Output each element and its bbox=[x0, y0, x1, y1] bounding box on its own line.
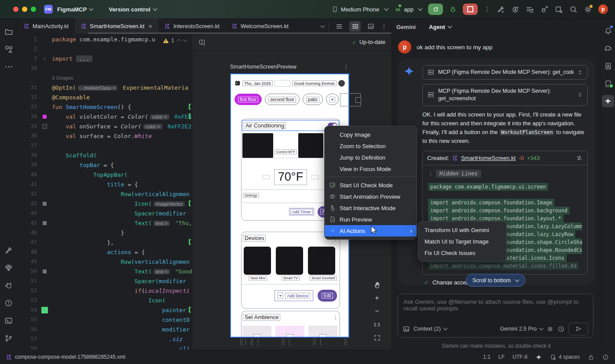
more-toolwindows-icon[interactable] bbox=[3, 61, 15, 73]
submenu-item-match-ui-to-target-image[interactable]: Match UI to Target Image bbox=[418, 236, 506, 247]
build-icon[interactable] bbox=[497, 5, 505, 14]
preview-layout-icon[interactable] bbox=[198, 39, 206, 46]
menu-item-start-interactive-mode[interactable]: Start Interactive Mode bbox=[325, 202, 417, 214]
zoom-fit-button[interactable] bbox=[371, 332, 383, 343]
ac-settings-label[interactable]: Settings bbox=[243, 193, 259, 198]
prompt-settings-icon[interactable] bbox=[546, 325, 554, 333]
debug-button[interactable] bbox=[449, 6, 457, 13]
file-encoding[interactable]: UTF-8 bbox=[512, 354, 527, 360]
version-control-icon[interactable] bbox=[3, 332, 15, 344]
design-view-button[interactable] bbox=[365, 21, 377, 32]
device-tile-nest-mini[interactable] bbox=[244, 247, 271, 275]
color-swatch[interactable] bbox=[43, 115, 47, 119]
tab-gemini[interactable]: Gemini bbox=[396, 24, 416, 30]
close-window-icon[interactable] bbox=[13, 7, 18, 12]
expand-icon[interactable] bbox=[577, 69, 583, 75]
zoom-actual-button[interactable]: 1:1 bbox=[371, 319, 383, 330]
room-chip-first-floor[interactable]: first floor bbox=[234, 94, 262, 105]
ambience-swatch[interactable] bbox=[242, 326, 271, 338]
submenu-item-transform-ui-with-gemini[interactable]: Transform UI with Gemini bbox=[418, 224, 506, 236]
app-quality-insights-icon[interactable] bbox=[3, 262, 15, 274]
tab-scrollbar[interactable] bbox=[88, 33, 392, 34]
temp-minus-bounds[interactable] bbox=[263, 175, 270, 179]
resource-manager-icon[interactable] bbox=[3, 43, 15, 55]
logcat-icon[interactable] bbox=[3, 279, 15, 291]
notifications-icon[interactable] bbox=[602, 25, 614, 37]
gemini-toolwindow-icon[interactable] bbox=[602, 95, 614, 107]
pan-hand-icon[interactable] bbox=[371, 280, 383, 290]
ambience-swatch[interactable] bbox=[275, 326, 304, 338]
run-config-selector[interactable]: app bbox=[394, 6, 422, 13]
model-selector[interactable]: Gemini 2.5 Pro bbox=[500, 326, 543, 332]
stop-button[interactable] bbox=[463, 4, 478, 15]
color-swatch[interactable] bbox=[43, 221, 47, 225]
room-chip-second-floor[interactable]: second floor bbox=[265, 94, 299, 105]
open-diff-icon[interactable] bbox=[575, 154, 583, 162]
device-selector[interactable]: Medium Phone bbox=[331, 6, 388, 13]
mcp-call-card[interactable]: MCP (Figma Remote Dev Mode MCP Server): … bbox=[422, 65, 588, 80]
vcs-menu[interactable]: Version control bbox=[109, 6, 157, 13]
selection-handle[interactable] bbox=[355, 97, 361, 103]
status-file[interactable]: compose-compose-model-1758866285245.xml bbox=[6, 354, 125, 360]
menu-item-zoom-to-selection[interactable]: Zoom to Selection bbox=[325, 140, 417, 152]
zoom-in-button[interactable]: + bbox=[371, 293, 383, 303]
window-controls[interactable] bbox=[13, 7, 36, 12]
inspection-widget[interactable]: 1 bbox=[160, 36, 189, 44]
project-selector[interactable]: FigmaMCP bbox=[57, 6, 93, 13]
lock-icon[interactable] bbox=[588, 354, 594, 360]
editor-tab-interestsscreen-kt[interactable]: InterestsScreen.kt bbox=[158, 18, 226, 34]
color-swatch[interactable] bbox=[43, 202, 47, 206]
menu-item-copy-image[interactable]: Copy Image bbox=[325, 129, 417, 140]
gemini-status-icon[interactable] bbox=[535, 354, 542, 360]
context-selector[interactable]: Context (2) bbox=[414, 326, 447, 332]
menu-item-jump-to-definition[interactable]: Jump to Definition bbox=[325, 152, 417, 163]
ambience-kebab-icon[interactable]: ⋮ bbox=[333, 315, 338, 320]
color-swatch[interactable] bbox=[43, 269, 47, 273]
device-tile-smart-doorbell[interactable] bbox=[308, 247, 335, 275]
add-timer-button[interactable]: Add Timer bbox=[289, 208, 314, 215]
menu-item-view-in-focus-mode[interactable]: View in Focus Mode bbox=[325, 163, 417, 175]
menu-item-run-preview[interactable]: Run Preview bbox=[325, 214, 417, 225]
minimize-window-icon[interactable] bbox=[22, 7, 27, 12]
device-tile-smart-tv[interactable] bbox=[276, 247, 303, 275]
close-tab-icon[interactable]: × bbox=[148, 22, 152, 30]
scroll-to-bottom-button[interactable]: Scroll to bottom bbox=[466, 274, 525, 287]
expand-icon[interactable] bbox=[577, 92, 583, 98]
maximize-window-icon[interactable] bbox=[31, 7, 36, 12]
split-view-button[interactable] bbox=[349, 21, 361, 32]
build-toolwindow-icon[interactable] bbox=[3, 244, 15, 256]
mcp-call-card[interactable]: MCP (Figma Remote Dev Mode MCP Server): … bbox=[422, 84, 588, 106]
next-warning-icon[interactable] bbox=[183, 38, 187, 42]
device-manager-icon[interactable] bbox=[602, 60, 614, 72]
caret-position[interactable]: 1:1 bbox=[483, 354, 491, 360]
edit-button[interactable]: Edit bbox=[318, 290, 337, 302]
gradle-icon[interactable] bbox=[602, 42, 614, 55]
editor-tab-smarthomescreen-kt[interactable]: SmartHomeScreen.kt× bbox=[75, 18, 158, 34]
created-file-link[interactable]: SmartHomeScreen.kt bbox=[461, 155, 516, 161]
color-swatch[interactable] bbox=[42, 124, 47, 129]
submenu-item-fix-ui-check-issues[interactable]: Fix UI Check Issues bbox=[418, 247, 506, 258]
code-editor[interactable]: 1package com.example.figmamcp.u23›import… bbox=[18, 34, 192, 349]
menu-item-start-animation-preview[interactable]: Start Animation Preview bbox=[325, 191, 417, 202]
add-device-button[interactable]: + Add Device bbox=[275, 290, 313, 301]
terminal-icon[interactable] bbox=[3, 314, 15, 327]
indent-config[interactable]: 4 spaces bbox=[550, 354, 580, 360]
hidden-lines-row[interactable]: ⋮ Hidden Lines bbox=[428, 170, 582, 178]
prev-warning-icon[interactable] bbox=[177, 39, 181, 44]
running-devices-icon[interactable] bbox=[602, 77, 614, 90]
editor-tab-welcomescreen-kt[interactable]: WelcomeScreen.kt bbox=[226, 18, 295, 34]
settings-icon[interactable] bbox=[584, 5, 592, 14]
editor-options-kebab[interactable]: ⋮ bbox=[381, 23, 387, 30]
rerun-button[interactable] bbox=[428, 4, 443, 15]
profiler-bug-icon[interactable] bbox=[540, 5, 549, 14]
temp-plus-bounds[interactable] bbox=[311, 175, 318, 179]
project-toolwindow-icon[interactable] bbox=[3, 25, 15, 38]
attach-image-icon[interactable] bbox=[403, 325, 410, 333]
room-chip-patio[interactable]: patio bbox=[303, 94, 323, 105]
tab-agent[interactable]: Agent bbox=[429, 24, 451, 30]
editor-tab-mainactivity-kt[interactable]: MainActivity.kt bbox=[18, 18, 75, 34]
apply-code-changes-icon[interactable] bbox=[526, 5, 534, 14]
tab-list-chevron-icon[interactable] bbox=[321, 24, 324, 28]
preview-kebab-icon[interactable]: ⋮ bbox=[343, 63, 349, 70]
user-avatar[interactable]: p bbox=[598, 4, 608, 14]
